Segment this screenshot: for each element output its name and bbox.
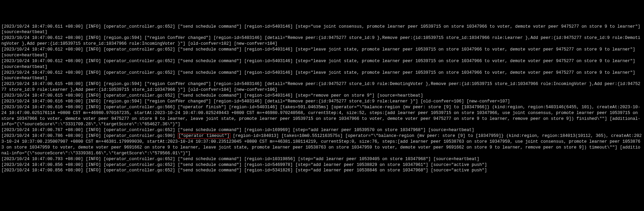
- log-line: [2023/10/24 10:47:00.786 +08:00] [INFO] …: [1, 133, 643, 156]
- log-line: [2023/10/24 10:47:00.615 +08:00] [INFO] …: [1, 93, 643, 99]
- log-line: [2023/10/24 10:47:00.615 +08:00] [INFO] …: [1, 81, 643, 93]
- highlight-operator-timeout: ["operator timeout"]: [178, 133, 230, 139]
- log-output: [2023/10/24 10:47:00.611 +08:00] [INFO] …: [1, 24, 643, 174]
- log-line: [2023/10/24 10:47:00.767 +08:00] [INFO] …: [1, 127, 643, 133]
- log-line: [2023/10/24 10:47:00.612 +08:00] [INFO] …: [1, 58, 643, 70]
- log-line: [2023/10/24 10:47:00.612 +08:00] [INFO] …: [1, 70, 643, 82]
- log-line: [2023/10/24 10:47:00.856 +08:00] [INFO] …: [1, 162, 643, 168]
- log-line: [2023/10/24 10:47:00.612 +08:00] [INFO] …: [1, 35, 643, 47]
- log-line: [2023/10/24 10:47:00.616 +08:00] [INFO] …: [1, 104, 643, 128]
- log-line: [2023/10/24 10:47:00.616 +08:00] [INFO] …: [1, 99, 643, 104]
- log-line: [2023/10/24 10:47:00.856 +08:00] [INFO] …: [1, 168, 643, 173]
- log-line: [2023/10/24 10:47:00.611 +08:00] [INFO] …: [1, 24, 643, 36]
- log-line: [2023/10/24 10:47:00.793 +08:00] [INFO] …: [1, 156, 643, 162]
- log-line: [2023/10/24 10:47:00.612 +08:00] [INFO] …: [1, 47, 643, 58]
